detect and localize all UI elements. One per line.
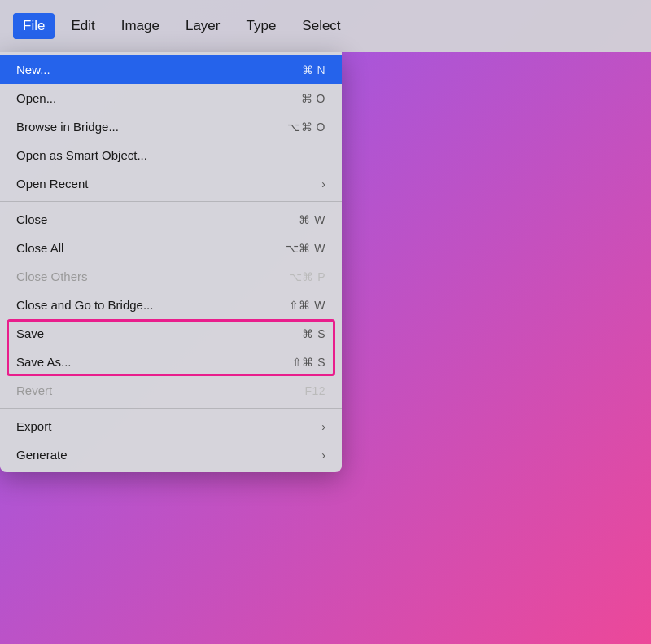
menu-item-new-label: New... bbox=[16, 63, 302, 77]
file-dropdown-menu: New... ⌘ N Open... ⌘ O Browse in Bridge.… bbox=[0, 52, 342, 472]
menu-item-close-shortcut: ⌘ W bbox=[299, 213, 326, 226]
menu-item-close-all-label: Close All bbox=[16, 241, 286, 255]
menu-item-generate[interactable]: Generate › bbox=[0, 440, 342, 469]
menu-item-open[interactable]: Open... ⌘ O bbox=[0, 84, 342, 112]
menu-item-close-go-bridge[interactable]: Close and Go to Bridge... ⇧⌘ W bbox=[0, 291, 342, 319]
chevron-right-icon: › bbox=[321, 177, 326, 191]
menu-item-new-shortcut: ⌘ N bbox=[302, 64, 326, 77]
menu-item-revert: Revert F12 bbox=[0, 376, 342, 405]
save-group: Save ⌘ S Save As... ⇧⌘ S bbox=[0, 319, 342, 376]
menu-item-save-label: Save bbox=[16, 326, 302, 340]
menu-item-close-go-bridge-label: Close and Go to Bridge... bbox=[16, 298, 289, 312]
menu-bar-select[interactable]: Select bbox=[292, 13, 350, 39]
menu-item-export-label: Export bbox=[16, 419, 321, 433]
menu-item-browse-bridge[interactable]: Browse in Bridge... ⌥⌘ O bbox=[0, 112, 342, 141]
menu-item-generate-label: Generate bbox=[16, 448, 321, 462]
generate-chevron-right-icon: › bbox=[321, 449, 326, 462]
menu-item-export[interactable]: Export › bbox=[0, 412, 342, 440]
menu-item-close-all[interactable]: Close All ⌥⌘ W bbox=[0, 234, 342, 262]
menu-item-open-recent-label: Open Recent bbox=[16, 177, 321, 191]
menu-item-close-all-shortcut: ⌥⌘ W bbox=[286, 242, 326, 255]
menu-item-revert-shortcut: F12 bbox=[304, 384, 326, 397]
menu-item-close[interactable]: Close ⌘ W bbox=[0, 205, 342, 234]
menu-item-revert-label: Revert bbox=[16, 383, 304, 397]
menu-bar-edit[interactable]: Edit bbox=[61, 13, 104, 39]
menu-item-open-recent[interactable]: Open Recent › bbox=[0, 169, 342, 198]
menu-item-close-label: Close bbox=[16, 212, 299, 226]
menu-item-open-smart-object[interactable]: Open as Smart Object... bbox=[0, 141, 342, 169]
menu-item-browse-bridge-shortcut: ⌥⌘ O bbox=[287, 120, 326, 134]
menu-item-open-smart-object-label: Open as Smart Object... bbox=[16, 148, 326, 162]
menu-item-close-others: Close Others ⌥⌘ P bbox=[0, 262, 342, 291]
menu-item-browse-bridge-label: Browse in Bridge... bbox=[16, 120, 287, 134]
menu-bar-type[interactable]: Type bbox=[236, 13, 286, 39]
menu-bar-image[interactable]: Image bbox=[111, 13, 169, 39]
menu-item-close-go-bridge-shortcut: ⇧⌘ W bbox=[289, 299, 326, 312]
menu-item-close-others-shortcut: ⌥⌘ P bbox=[289, 270, 326, 283]
divider-2 bbox=[0, 408, 342, 409]
menu-bar-file[interactable]: File bbox=[13, 13, 55, 39]
menu-item-save-shortcut: ⌘ S bbox=[302, 327, 326, 340]
menu-item-save-as[interactable]: Save As... ⇧⌘ S bbox=[0, 348, 342, 376]
menu-bar-layer[interactable]: Layer bbox=[176, 13, 230, 39]
menu-item-save-as-label: Save As... bbox=[16, 355, 292, 369]
divider-1 bbox=[0, 201, 342, 202]
menu-item-open-label: Open... bbox=[16, 91, 301, 105]
menu-item-new[interactable]: New... ⌘ N bbox=[0, 55, 342, 84]
menu-item-close-others-label: Close Others bbox=[16, 269, 289, 283]
menu-bar: File Edit Image Layer Type Select bbox=[0, 0, 651, 52]
menu-item-open-shortcut: ⌘ O bbox=[301, 92, 326, 105]
menu-item-save[interactable]: Save ⌘ S bbox=[0, 319, 342, 348]
menu-item-save-as-shortcut: ⇧⌘ S bbox=[292, 356, 326, 369]
export-chevron-right-icon: › bbox=[321, 420, 326, 433]
